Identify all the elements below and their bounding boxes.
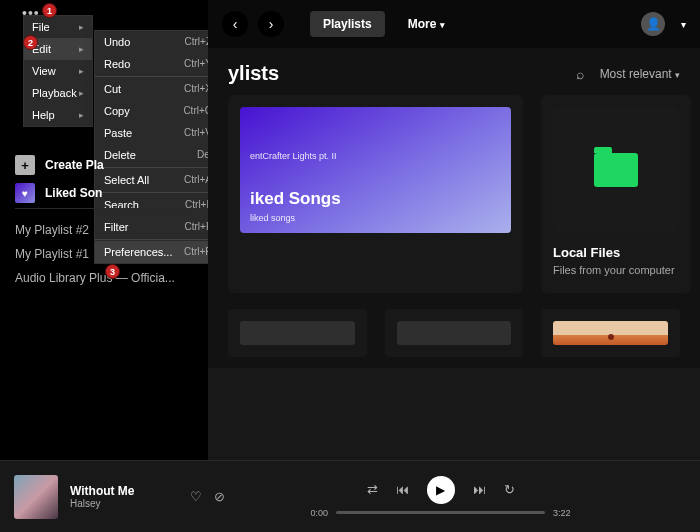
menu-paste[interactable]: PasteCtrl+V (95, 122, 221, 144)
nav-back-button[interactable]: ‹ (222, 11, 248, 37)
chevron-right-icon: ▸ (79, 22, 84, 32)
topbar: ‹ › Playlists More ▾ 👤 ▾ (208, 0, 700, 48)
callout-badge-2: 2 (23, 35, 38, 50)
liked-count: liked songs (250, 213, 501, 223)
card-grid-row-2 (208, 293, 700, 357)
chevron-down-icon: ▾ (675, 70, 680, 80)
liked-songs-cover: entCrafter Lights pt. II iked Songs like… (240, 107, 511, 233)
chevron-right-icon: ▸ (79, 44, 84, 54)
nav-forward-button[interactable]: › (258, 11, 284, 37)
liked-songs-card[interactable]: entCrafter Lights pt. II iked Songs like… (228, 95, 523, 293)
next-track-icon[interactable]: ⏭ (473, 482, 486, 497)
liked-songs-nav[interactable]: ♥ Liked Son (0, 178, 117, 208)
track-title[interactable]: Without Me (70, 484, 180, 498)
chevron-right-icon: ▸ (79, 88, 84, 98)
prev-track-icon[interactable]: ⏮ (396, 482, 409, 497)
card-subtitle: Files from your computer (553, 263, 679, 277)
liked-songs-label: Liked Son (45, 186, 102, 200)
menu-view[interactable]: View▸ (24, 60, 92, 82)
card-grid: entCrafter Lights pt. II iked Songs like… (208, 95, 700, 293)
folder-icon (594, 153, 638, 187)
playlist-item[interactable]: My Playlist #2 (15, 218, 195, 242)
heart-icon[interactable]: ♡ (190, 489, 202, 504)
cover-placeholder (397, 321, 512, 345)
time-elapsed: 0:00 (311, 508, 329, 518)
main-menu: File▸ Edit▸ View▸ Playback▸ Help▸ (23, 15, 93, 127)
player-controls: ⇄ ⏮ ▶ ⏭ ↻ 0:00 3:22 (225, 476, 656, 518)
menu-copy[interactable]: CopyCtrl+C (95, 100, 221, 122)
playlist-item[interactable]: My Playlist #1 (15, 242, 195, 266)
tab-more[interactable]: More ▾ (395, 11, 458, 37)
progress-row: 0:00 3:22 (311, 508, 571, 518)
playlist-card[interactable] (228, 309, 367, 357)
callout-badge-1: 1 (42, 3, 57, 18)
chevron-right-icon: ▸ (79, 110, 84, 120)
liked-title: iked Songs (250, 189, 501, 209)
page-title: ylists (228, 62, 279, 85)
time-total: 3:22 (553, 508, 571, 518)
track-actions: ♡ ⊘ (190, 489, 225, 504)
menu-separator (95, 76, 221, 77)
local-files-cover (553, 107, 679, 233)
chevron-down-icon[interactable]: ▾ (681, 19, 686, 30)
heart-icon: ♥ (15, 183, 35, 203)
card-title: Local Files (553, 245, 679, 260)
block-icon[interactable]: ⊘ (214, 489, 225, 504)
repeat-icon[interactable]: ↻ (504, 482, 515, 497)
liked-preview-text: entCrafter Lights pt. II (250, 151, 501, 161)
menu-file[interactable]: File▸ (24, 16, 92, 38)
chevron-down-icon: ▾ (440, 20, 445, 30)
menu-redo[interactable]: RedoCtrl+Y (95, 53, 221, 75)
playlist-list: My Playlist #2 My Playlist #1 Audio Libr… (15, 218, 195, 290)
progress-bar[interactable] (336, 511, 545, 514)
local-files-card[interactable]: Local Files Files from your computer (541, 95, 691, 293)
player-bar: Without Me Halsey ♡ ⊘ ⇄ ⏮ ▶ ⏭ ↻ 0:00 3:2… (0, 460, 700, 532)
shuffle-icon[interactable]: ⇄ (367, 482, 378, 497)
sidebar-divider (15, 208, 190, 209)
plus-icon: + (15, 155, 35, 175)
user-avatar[interactable]: 👤 (641, 12, 665, 36)
play-button[interactable]: ▶ (427, 476, 455, 504)
track-info: Without Me Halsey (70, 484, 180, 509)
sidebar: ••• 1 File▸ Edit▸ View▸ Playback▸ Help▸ … (0, 0, 208, 460)
menu-undo[interactable]: UndoCtrl+Z (95, 31, 221, 53)
now-playing-art[interactable] (14, 475, 58, 519)
chevron-right-icon: ▸ (79, 66, 84, 76)
menu-help[interactable]: Help▸ (24, 104, 92, 126)
cover-sunset (553, 321, 668, 345)
track-artist[interactable]: Halsey (70, 498, 180, 509)
bottom-fade (208, 368, 700, 460)
tab-playlists[interactable]: Playlists (310, 11, 385, 37)
create-playlist-label: Create Pla (45, 158, 104, 172)
header-row: ylists ⌕ Most relevant ▾ (208, 48, 700, 95)
user-icon: 👤 (646, 17, 661, 31)
sort-dropdown[interactable]: Most relevant ▾ (600, 67, 680, 81)
menu-playback[interactable]: Playback▸ (24, 82, 92, 104)
cover-placeholder (240, 321, 355, 345)
create-playlist-button[interactable]: + Create Pla (0, 150, 119, 180)
search-icon[interactable]: ⌕ (576, 66, 584, 82)
callout-badge-3: 3 (105, 264, 120, 279)
menu-cut[interactable]: CutCtrl+X (95, 78, 221, 100)
playlist-card[interactable] (385, 309, 524, 357)
playlist-card[interactable] (541, 309, 680, 357)
